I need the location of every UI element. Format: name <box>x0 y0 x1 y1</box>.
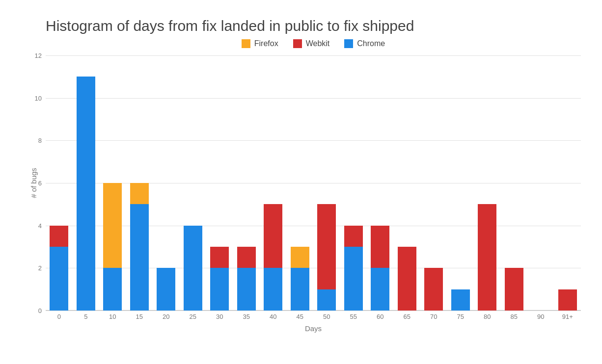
bar-segment-firefox <box>103 183 122 268</box>
bar-segment-firefox <box>291 247 309 268</box>
bar-group <box>554 55 581 311</box>
bar-stack <box>398 247 416 311</box>
x-label: 30 <box>206 313 233 320</box>
bar-segment-chrome <box>103 268 122 311</box>
chart-plot-area: 024681012 <box>46 55 581 311</box>
bar-stack <box>184 226 202 311</box>
x-label: 50 <box>313 313 340 320</box>
x-label: 70 <box>420 313 447 320</box>
y-tick-label: 0 <box>38 307 42 314</box>
bar-group <box>233 55 260 311</box>
bar-group <box>126 55 153 311</box>
bar-group <box>527 55 554 311</box>
bar-stack <box>103 183 122 311</box>
bar-group <box>287 55 314 311</box>
bar-segment-chrome <box>317 289 336 311</box>
bar-group <box>153 55 180 311</box>
y-tick-label: 8 <box>38 137 42 144</box>
y-tick-label: 2 <box>38 264 42 272</box>
x-label: 25 <box>180 313 207 320</box>
bar-segment-chrome <box>344 247 363 311</box>
bar-stack <box>77 77 95 311</box>
bar-group <box>447 55 474 311</box>
bar-segment-webkit <box>317 204 336 289</box>
x-label: 20 <box>153 313 180 320</box>
x-label: 0 <box>46 313 73 320</box>
bar-stack <box>130 183 149 311</box>
bar-segment-webkit <box>478 204 496 311</box>
bar-group <box>394 55 421 311</box>
bar-group <box>260 55 287 311</box>
x-label: 85 <box>501 313 528 320</box>
legend-color-webkit <box>293 39 302 48</box>
grid-line <box>46 311 581 311</box>
x-label: 10 <box>99 313 126 320</box>
bar-stack <box>157 268 175 311</box>
x-label: 55 <box>340 313 367 320</box>
bar-group <box>46 55 73 311</box>
legend-item-firefox: Firefox <box>242 39 278 48</box>
bar-stack <box>424 268 443 311</box>
chart-title: Histogram of days from fix landed in pub… <box>46 18 581 34</box>
x-axis-label: Days <box>46 324 581 333</box>
bar-segment-webkit <box>344 226 363 247</box>
bar-segment-webkit <box>210 247 229 268</box>
bar-segment-chrome <box>157 268 175 311</box>
legend-item-webkit: Webkit <box>293 39 330 48</box>
bar-segment-firefox <box>130 183 149 204</box>
bar-stack <box>317 204 336 311</box>
legend-item-chrome: Chrome <box>344 39 385 48</box>
bar-group <box>420 55 447 311</box>
x-label: 75 <box>447 313 474 320</box>
legend-label: Chrome <box>357 39 385 48</box>
legend-color-firefox <box>242 39 250 48</box>
bar-stack <box>237 247 256 311</box>
bar-stack <box>505 268 523 311</box>
bar-group <box>340 55 367 311</box>
bar-segment-chrome <box>77 77 95 311</box>
bar-stack <box>210 247 229 311</box>
bar-group <box>206 55 233 311</box>
bar-segment-webkit <box>264 204 282 268</box>
bar-stack <box>451 289 470 311</box>
x-label: 65 <box>394 313 421 320</box>
bar-segment-webkit <box>237 247 256 268</box>
bar-segment-chrome <box>210 268 229 311</box>
bar-group <box>180 55 207 311</box>
bar-segment-chrome <box>371 268 389 311</box>
bar-stack <box>558 289 577 311</box>
x-label: 15 <box>126 313 153 320</box>
x-label: 90 <box>527 313 554 320</box>
legend-color-chrome <box>344 39 353 48</box>
y-tick-label: 12 <box>35 52 42 59</box>
bar-segment-chrome <box>50 247 68 311</box>
bar-segment-webkit <box>398 247 416 311</box>
bar-stack <box>344 226 363 311</box>
bar-stack <box>371 226 389 311</box>
bar-segment-webkit <box>50 226 68 247</box>
bar-stack <box>478 204 496 311</box>
bar-segment-chrome <box>130 204 149 311</box>
bar-group <box>73 55 100 311</box>
bar-group <box>501 55 528 311</box>
bar-segment-webkit <box>558 289 577 311</box>
bars-container <box>46 55 581 311</box>
bar-stack <box>291 247 309 311</box>
y-axis-label: # of bugs <box>29 168 38 198</box>
x-label: 5 <box>73 313 100 320</box>
x-label: 60 <box>367 313 394 320</box>
bar-group <box>99 55 126 311</box>
x-labels: 05101520253035404550556065707580859091+ <box>46 313 581 320</box>
bar-group <box>474 55 501 311</box>
y-tick-label: 4 <box>38 222 42 229</box>
bar-segment-chrome <box>291 268 309 311</box>
x-label: 35 <box>233 313 260 320</box>
bar-segment-chrome <box>451 289 470 311</box>
x-label: 91+ <box>554 313 581 320</box>
bar-group <box>313 55 340 311</box>
bar-segment-chrome <box>184 226 202 311</box>
y-tick-label: 6 <box>38 180 42 187</box>
y-tick-label: 10 <box>35 94 42 102</box>
bar-stack <box>50 226 68 311</box>
bar-stack <box>264 204 282 311</box>
